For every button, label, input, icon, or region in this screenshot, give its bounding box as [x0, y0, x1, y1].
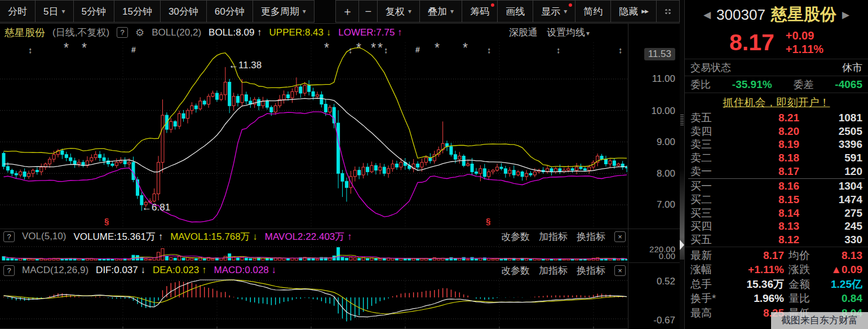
- watermark: 截图来自东方财富: [771, 312, 868, 329]
- help-icon[interactable]: ?: [3, 231, 15, 242]
- dif-value: DIF:0.037 ↓: [96, 265, 145, 276]
- stock-chart-app: { "toolbar": { "periods": [ {"label":"分时…: [0, 0, 868, 329]
- axis-label: 11.00: [652, 73, 675, 85]
- period-30min-button[interactable]: 30分钟: [160, 0, 207, 23]
- chip-button[interactable]: 筹码: [462, 0, 498, 23]
- bid-row-4[interactable]: 买四8.13245: [685, 220, 868, 234]
- draw-line-button[interactable]: 画线: [497, 0, 533, 23]
- ma-settings-button[interactable]: 设置均线: [547, 26, 590, 39]
- up-arrow-icon: ↑: [257, 27, 262, 38]
- chart-stock-name: 慈星股份: [5, 26, 45, 40]
- splitter-grip[interactable]: [680, 115, 684, 126]
- up-arrow-icon: ↑: [397, 27, 402, 38]
- fullscreen-button[interactable]: [656, 0, 680, 23]
- zoom-in-button[interactable]: ＋: [335, 0, 359, 23]
- bid-row-3[interactable]: 买三8.14275: [685, 207, 868, 220]
- add-indicator-link[interactable]: 加指标: [539, 264, 568, 277]
- price-axis: 11.53 11.00 10.00 9.00 8.00 7.00 220.00 …: [628, 24, 680, 329]
- close-icon[interactable]: ×: [614, 265, 626, 276]
- indicator-name-label: BOLL(20,2): [152, 27, 201, 38]
- weibi-row: 委比 -35.91% 委差 -4065: [685, 76, 868, 93]
- price-change: +0.09 +1.11%: [786, 29, 823, 56]
- notification-dot: [569, 3, 572, 7]
- stock-name: 慈星股份: [771, 3, 836, 26]
- ask-row-4[interactable]: 卖四8.202505: [685, 125, 868, 138]
- weibi-label: 委比: [690, 78, 711, 91]
- bid-row-1[interactable]: 买一8.161304: [685, 179, 868, 193]
- volume-axis-min: 0.00: [659, 251, 675, 261]
- period-fenshi-button[interactable]: 分时: [0, 0, 36, 23]
- overlay-button[interactable]: 叠加: [419, 0, 462, 23]
- dea-value: DEA:0.023 ↑: [153, 265, 206, 276]
- stats-row: 总手15.36万 金额1.25亿: [690, 277, 862, 292]
- switch-indicator-link[interactable]: 换指标: [577, 264, 605, 277]
- add-indicator-link[interactable]: 加指标: [539, 230, 568, 243]
- up-arrow-icon: ↑: [347, 231, 352, 242]
- ask-row-5[interactable]: 卖五8.211081: [685, 111, 868, 125]
- upper-value: UPPER:8.43 ↓: [269, 27, 331, 38]
- candlestick-chart[interactable]: [0, 42, 627, 229]
- stats-row: 最新8.17 均价8.13: [690, 248, 862, 263]
- quote-panel: ◀ 300307 慈星股份 ▶ 8.17 +0.09 +1.11% 交易状态 休…: [684, 0, 868, 329]
- switch-indicator-link[interactable]: 换指标: [577, 230, 605, 243]
- help-icon[interactable]: ?: [117, 27, 128, 38]
- order-book: 卖五8.211081 卖四8.202505 卖三8.193396 卖二8.185…: [685, 111, 868, 247]
- bid-row-2[interactable]: 买二8.151474: [685, 193, 868, 207]
- down-arrow-icon: ↓: [326, 27, 331, 38]
- trade-status-row: 交易状态 休市: [685, 59, 868, 76]
- last-price: 8.17: [729, 29, 774, 56]
- market-tag: 深股通: [509, 26, 538, 39]
- up-arrow-icon: ↑: [202, 265, 207, 275]
- change-params-link[interactable]: 改参数: [501, 230, 530, 243]
- macd-axis-min: -0.67: [653, 315, 675, 326]
- macd-axis-max: 0.52: [657, 276, 675, 287]
- period-5min-button[interactable]: 5分钟: [73, 0, 114, 23]
- change-params-link[interactable]: 改参数: [501, 264, 530, 277]
- panel-splitter[interactable]: [680, 0, 684, 329]
- bid-row-5[interactable]: 买五8.12330: [685, 233, 868, 247]
- macd-value: MACD:0.028 ↓: [214, 265, 276, 276]
- chart-tool-buttons: ＋ − 复权 叠加 筹码 画线 显示 简约 隐藏: [336, 0, 680, 23]
- more-periods-button[interactable]: 更多周期: [253, 0, 315, 23]
- prev-stock-arrow[interactable]: ◀: [703, 9, 711, 21]
- macd-chart[interactable]: [0, 278, 627, 329]
- simple-mode-button[interactable]: 简约: [575, 0, 611, 23]
- axis-label: 9.00: [657, 137, 675, 148]
- main-indicator-bar: 慈星股份 (日线,不复权) ? ⚙ BOLL(20,2) BOLL:8.09 ↑…: [0, 23, 680, 41]
- period-60min-button[interactable]: 60分钟: [206, 0, 253, 23]
- help-icon[interactable]: ?: [3, 265, 15, 276]
- collapse-panel-arrow[interactable]: [680, 240, 684, 250]
- gear-icon[interactable]: ⚙: [135, 27, 144, 39]
- lower-value: LOWER:7.75 ↑: [338, 27, 402, 38]
- next-stock-arrow[interactable]: ▶: [842, 9, 849, 21]
- macd-indicator-label: MACD(12,26,9): [22, 265, 88, 276]
- mavol1-value: MAVOL1:15.768万 ↓: [170, 230, 258, 243]
- change-percent: +1.11%: [786, 42, 823, 56]
- volume-chart[interactable]: [0, 244, 627, 261]
- mavol2-value: MAVOL2:22.403万 ↑: [265, 230, 352, 243]
- period-5day-button[interactable]: 5日: [35, 0, 74, 23]
- stats-row: 涨幅+1.11% 涨跌▲0.09: [690, 262, 862, 277]
- ask-row-2[interactable]: 卖二8.18591: [685, 151, 868, 165]
- price-block: 8.17 +0.09 +1.11%: [685, 26, 868, 59]
- ask-row-3[interactable]: 卖三8.193396: [685, 138, 868, 151]
- change-amount: +0.09: [786, 29, 823, 42]
- close-icon[interactable]: ×: [614, 231, 626, 242]
- weibi-value: -35.91%: [732, 78, 772, 91]
- stock-code: 300307: [716, 6, 765, 24]
- vol-indicator-label: VOL(5,10): [22, 231, 66, 242]
- down-arrow-icon: ↓: [141, 265, 146, 275]
- axis-max-label: 11.53: [644, 48, 675, 60]
- ask-row-1[interactable]: 卖一8.17120: [685, 165, 868, 178]
- period-15min-button[interactable]: 15分钟: [114, 0, 161, 23]
- down-arrow-icon: ↓: [272, 265, 277, 275]
- zoom-out-button[interactable]: −: [358, 0, 378, 23]
- display-button[interactable]: 显示: [533, 0, 575, 23]
- stats-row: 换手*1.96% 量比0.84: [690, 291, 862, 306]
- volume-value: VOLUME:15.361万 ↑: [73, 230, 163, 243]
- hide-button[interactable]: 隐藏: [610, 0, 657, 23]
- axis-label: 8.00: [657, 168, 675, 179]
- open-account-link[interactable]: 抓住机会，即刻开户！: [685, 93, 868, 111]
- adjust-button[interactable]: 复权: [377, 0, 420, 23]
- stats-grid: 最新8.17 均价8.13 涨幅+1.11% 涨跌▲0.09 总手15.36万 …: [685, 247, 868, 321]
